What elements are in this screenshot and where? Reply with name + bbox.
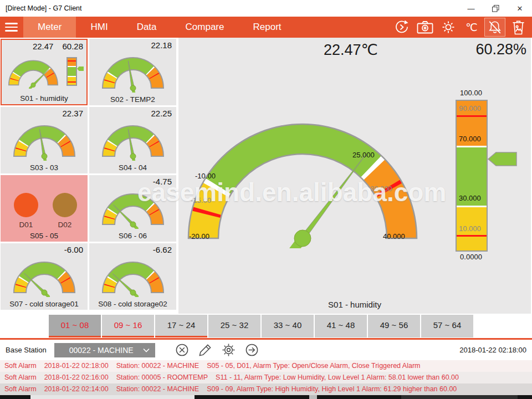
alarm-station: Station: 00005 - ROOMTEMP: [116, 374, 208, 381]
current-timestamp: 2018-01-22 02:18:00: [459, 346, 526, 354]
meter-tile-s02[interactable]: 22.18 S02 - TEMP2: [89, 39, 176, 105]
restore-button[interactable]: [483, 0, 508, 17]
mini-bar-gauge: [66, 57, 77, 86]
tab-report[interactable]: Report: [238, 17, 295, 38]
meter-tile-s04[interactable]: 22.25 S04 - 04: [89, 107, 176, 173]
restore-icon: [492, 5, 499, 12]
window-title: [Direct Mode] - G7 Client: [0, 4, 82, 12]
meter-tile-s07[interactable]: -6.00 S07 - cold storage01: [1, 243, 88, 310]
alarm-severity: Soft Alarm: [4, 374, 37, 381]
mini-gauge: [96, 121, 170, 163]
go-arrow-icon[interactable]: [245, 343, 259, 357]
brightness-icon[interactable]: [438, 18, 459, 37]
window-controls: — ✕: [459, 0, 532, 17]
mini-gauge: [4, 57, 63, 91]
bar-tick-high-limit: 70.000: [459, 135, 481, 143]
tile-label: S01 - humidity: [2, 94, 86, 103]
alarm-severity: Soft Alarm: [4, 385, 37, 393]
gauge-tick-min: -20.00: [189, 232, 209, 241]
tile-value: 22.18: [151, 40, 172, 50]
alarm-list: Soft Alarm2018-01-22 02:18:00Station: 00…: [0, 360, 532, 395]
hamburger-menu-icon[interactable]: [0, 17, 23, 38]
meter-tile-s01[interactable]: 22.47 60.28 S01 - humidity: [1, 39, 88, 105]
bar-tick-low-alarm: 10.000: [459, 224, 481, 233]
sync-icon[interactable]: [391, 18, 412, 37]
gauge-tick-high-limit: 25.000: [352, 151, 375, 159]
alarm-row[interactable]: Soft Alarm2018-01-22 02:18:00Station: 00…: [0, 360, 532, 372]
range-tab-09-16[interactable]: 09 ~ 16: [102, 315, 154, 337]
close-button[interactable]: ✕: [508, 0, 532, 17]
meter-tile-s08[interactable]: -6.62 S08 - cold storage02: [89, 243, 176, 310]
tile-value: -6.62: [153, 245, 172, 254]
tile-value-humidity: 60.28: [62, 42, 83, 51]
gauge-tick-low-limit: -10.00: [195, 172, 216, 180]
nav-bar: Meter HMI Data Compare Report: [0, 17, 532, 38]
range-tab-01-08[interactable]: 01 ~ 08: [49, 315, 101, 337]
edit-icon[interactable]: [198, 343, 212, 357]
range-tab-49-56[interactable]: 49 ~ 56: [368, 315, 420, 337]
tab-meter[interactable]: Meter: [23, 17, 76, 38]
chevron-down-icon: [143, 348, 150, 352]
bar-tick-high-alarm: 90.000: [459, 104, 481, 112]
humidity-reading: 60.28%: [475, 41, 526, 58]
tile-label: S02 - TEMP2: [89, 95, 176, 104]
range-tab-33-40[interactable]: 33 ~ 40: [262, 315, 314, 337]
minimize-button[interactable]: —: [459, 0, 483, 17]
alarm-row[interactable]: Soft Alarm2018-01-22 02:16:00Station: 00…: [0, 372, 532, 383]
bar-tick-low-limit: 30.000: [459, 194, 481, 202]
settings-gear-icon[interactable]: [222, 343, 236, 357]
tile-values: 22.47 60.28: [33, 42, 83, 51]
tab-compare[interactable]: Compare: [171, 17, 239, 38]
main-meter-panel: 22.47℃ 60.28% -10.00 -15.00 25.000 30.00…: [178, 38, 531, 314]
celsius-label: ℃: [466, 21, 477, 34]
relay-label: D01: [14, 221, 38, 229]
range-tab-41-48[interactable]: 41 ~ 48: [315, 315, 367, 337]
gauge-tick-max: 40.000: [383, 232, 405, 241]
tile-label: S03 - 03: [1, 163, 88, 172]
alarm-time: 2018-01-22 02:16:00: [44, 374, 109, 381]
title-bar: [Direct Mode] - G7 Client — ✕: [0, 0, 532, 17]
cancel-alarm-icon[interactable]: [175, 343, 189, 357]
tile-value-temp: 22.47: [33, 42, 54, 51]
tile-value: -6.00: [64, 245, 83, 254]
relay-indicator-d02: [53, 193, 77, 217]
alarm-station: Station: 00022 - MACHINE: [116, 385, 199, 393]
alarm-message: S09 - 09, Alarm Type: High Humidity, Hig…: [207, 385, 457, 393]
alarm-mute-icon[interactable]: [484, 18, 505, 37]
tab-data[interactable]: Data: [122, 17, 171, 38]
tile-value: -4.75: [153, 177, 172, 186]
range-tab-17-24[interactable]: 17 ~ 24: [155, 315, 207, 337]
relay-indicator-d01: [14, 193, 38, 217]
mini-bar-pointer: [77, 66, 84, 71]
temperature-gauge: [181, 115, 424, 248]
meter-tile-s06[interactable]: -4.75 S06 - 06: [89, 175, 176, 242]
range-tab-25-32[interactable]: 25 ~ 32: [208, 315, 260, 337]
gauge-caption: S01 - humidity: [178, 300, 531, 309]
clear-image-icon[interactable]: [508, 18, 529, 37]
tile-label: S08 - cold storage02: [89, 300, 176, 308]
base-station-value: 00022 - MACHINE: [60, 346, 143, 355]
alarm-station: Station: 00022 - MACHINE: [116, 362, 199, 370]
meter-tile-s05[interactable]: D01 D02 S05 - 05: [1, 175, 88, 242]
tab-hmi[interactable]: HMI: [76, 17, 122, 38]
tile-label: S04 - 04: [89, 163, 176, 172]
tile-label: S05 - 05: [1, 232, 88, 240]
bar-pointer: [488, 152, 518, 166]
temperature-reading: 22.47℃: [324, 41, 378, 59]
relay-label: D02: [53, 221, 77, 229]
bottom-icon-group: [175, 343, 259, 357]
tile-value: 22.25: [151, 109, 172, 118]
bottom-bar: Base Station 00022 - MACHINE: [0, 340, 532, 360]
meter-grid: 22.47 60.28 S01 - humidity 22.18 S02 - T…: [1, 39, 177, 311]
meter-tile-s03[interactable]: 22.37 S03 - 03: [1, 107, 88, 173]
tile-label: S06 - 06: [89, 232, 176, 240]
alarm-row[interactable]: Soft Alarm2018-01-22 02:14:00Station: 00…: [0, 383, 532, 395]
mini-gauge: [96, 53, 170, 95]
range-tab-57-64[interactable]: 57 ~ 64: [421, 315, 473, 337]
camera-icon[interactable]: [415, 18, 436, 37]
alarm-message: S05 - 05, D01, Alarm Type: Open/Close Al…: [207, 362, 420, 370]
celsius-icon[interactable]: ℃: [461, 18, 482, 37]
nav-icon-group: ℃: [391, 17, 532, 38]
base-station-dropdown[interactable]: 00022 - MACHINE: [54, 343, 155, 357]
bar-tick-max: 100.00: [451, 89, 491, 97]
